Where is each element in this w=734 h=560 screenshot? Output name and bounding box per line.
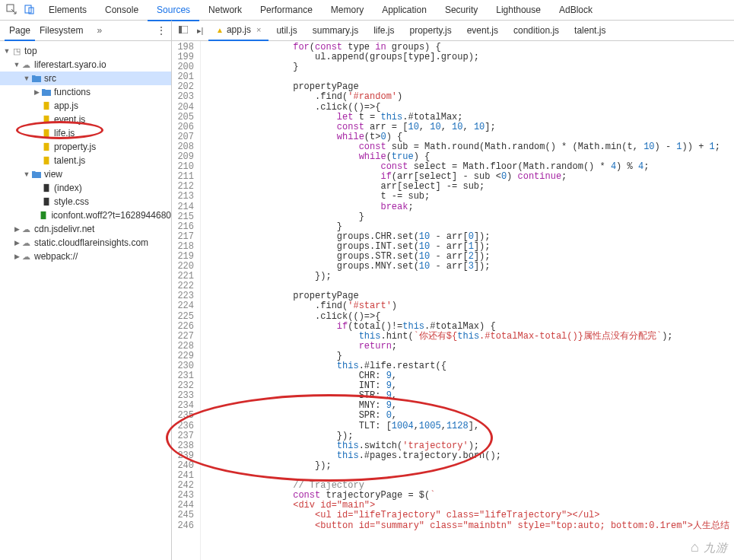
file-dark-icon — [40, 196, 52, 207]
panel-tab-elements[interactable]: Elements — [40, 0, 96, 20]
tree-item-label: style.css — [54, 196, 89, 207]
tree-item-label: functions — [54, 87, 91, 97]
file-tab-label: property.js — [410, 25, 452, 36]
file-tab[interactable]: talent.js — [567, 21, 613, 41]
tree-item[interactable]: ▶☁static.cloudflareinsights.com — [0, 236, 171, 250]
device-toggle-icon[interactable] — [21, 4, 38, 17]
panel-tab-performance[interactable]: Performance — [251, 0, 322, 20]
folder-blue-icon — [40, 87, 52, 97]
tree-item[interactable]: ▼src — [0, 72, 171, 85]
tree-item[interactable]: style.css — [0, 195, 171, 208]
watermark: ⌂ 九游 — [691, 539, 728, 555]
cloud-icon: ☁ — [21, 251, 32, 262]
tree-item-label: life.js — [54, 128, 75, 138]
tree-item[interactable]: ▼view — [0, 167, 171, 181]
editor-tabs: ▸| ▲app.js×util.jssummary.jslife.jsprope… — [172, 21, 734, 41]
tree-item-label: webpack:// — [34, 251, 78, 262]
svg-rect-9 — [43, 198, 49, 205]
tree-arrow-icon[interactable]: ▶ — [33, 88, 40, 96]
panel-tab-sources[interactable]: Sources — [148, 0, 199, 21]
panel-tab-security[interactable]: Security — [436, 0, 487, 20]
navigator-menu-icon[interactable]: ⋮ — [156, 24, 167, 37]
svg-rect-10 — [41, 212, 46, 219]
tree-item[interactable]: event.js — [0, 113, 171, 126]
panel-tab-console[interactable]: Console — [96, 0, 148, 20]
file-tab[interactable]: event.js — [459, 21, 506, 41]
tree-arrow-icon[interactable]: ▶ — [13, 225, 21, 233]
panel-tab-memory[interactable]: Memory — [322, 0, 373, 20]
panel-tab-adblock[interactable]: AdBlock — [550, 0, 602, 20]
tree-item-label: (index) — [54, 183, 82, 193]
folder-blue-icon — [30, 73, 42, 84]
navigator-tab-page[interactable]: Page — [5, 21, 35, 41]
line-gutter: 198 199 200 201 202 203 204 205 206 207 … — [172, 41, 201, 560]
svg-rect-4 — [43, 116, 49, 123]
devtools-panel-tabs: ElementsConsoleSourcesNetworkPerformance… — [0, 0, 734, 21]
svg-rect-12 — [179, 26, 182, 33]
file-tab[interactable]: condition.js — [506, 21, 567, 41]
tree-item[interactable]: app.js — [0, 99, 171, 113]
file-tab-label: life.js — [373, 25, 394, 36]
svg-rect-3 — [43, 102, 49, 110]
tree-item[interactable]: iconfont.woff2?t=1628944680 — [0, 208, 171, 222]
tree-item[interactable]: ▶☁webpack:// — [0, 250, 171, 263]
tree-item-label: talent.js — [54, 155, 85, 166]
tree-item[interactable]: property.js — [0, 140, 171, 154]
run-snippet-icon[interactable]: ▸| — [192, 26, 208, 36]
file-tab[interactable]: ▲app.js× — [208, 21, 268, 41]
file-tree: ▼◳top▼☁liferestart.syaro.io▼src▶function… — [0, 41, 171, 266]
tree-item-label: top — [24, 46, 37, 56]
code-content[interactable]: for(const type in groups) { ul.append(gr… — [201, 41, 734, 560]
tree-item[interactable]: ▶☁cdn.jsdelivr.net — [0, 222, 171, 236]
tree-item-label: view — [44, 169, 62, 180]
inspect-icon[interactable] — [3, 4, 20, 17]
navigator-panel: PageFilesystem » ⋮ ▼◳top▼☁liferestart.sy… — [0, 21, 172, 560]
svg-rect-6 — [43, 143, 49, 151]
tree-item[interactable]: ▼◳top — [0, 44, 171, 58]
tree-item[interactable]: ▼☁liferestart.syaro.io — [0, 58, 171, 72]
folder-blue-icon — [30, 169, 42, 180]
more-tabs-icon[interactable]: » — [97, 25, 102, 36]
tree-item[interactable]: (index) — [0, 181, 171, 195]
panel-tab-application[interactable]: Application — [373, 0, 436, 20]
panel-tab-lighthouse[interactable]: Lighthouse — [487, 0, 550, 20]
file-tab-label: util.js — [276, 25, 297, 36]
tree-item-label: property.js — [54, 142, 96, 152]
file-tab[interactable]: summary.js — [305, 21, 366, 41]
file-tab-label: talent.js — [574, 25, 605, 36]
tree-item[interactable]: life.js — [0, 126, 171, 140]
file-yellow-icon — [40, 114, 52, 125]
tree-arrow-icon[interactable]: ▶ — [13, 239, 21, 247]
file-tab-label: summary.js — [313, 25, 358, 36]
tree-arrow-icon[interactable]: ▼ — [23, 170, 30, 178]
file-tab[interactable]: life.js — [366, 21, 402, 41]
tree-arrow-icon[interactable]: ▶ — [13, 253, 21, 260]
tree-arrow-icon[interactable]: ▼ — [3, 47, 11, 55]
warning-icon: ▲ — [216, 26, 224, 34]
tree-item-label: iconfont.woff2?t=1628944680 — [51, 210, 171, 221]
toggle-navigator-icon[interactable] — [175, 26, 192, 35]
file-tab[interactable]: util.js — [268, 21, 304, 41]
tree-arrow-icon[interactable]: ▼ — [13, 61, 21, 68]
panel-tab-network[interactable]: Network — [199, 0, 251, 20]
file-tab-label: condition.js — [513, 25, 559, 36]
cloud-icon: ☁ — [21, 237, 32, 248]
navigator-tab-filesystem[interactable]: Filesystem — [35, 21, 87, 40]
tree-item[interactable]: talent.js — [0, 154, 171, 167]
file-dark-icon — [40, 183, 52, 193]
tree-item-label: static.cloudflareinsights.com — [34, 237, 148, 248]
tree-item-label: src — [44, 73, 56, 84]
navigator-tabs: PageFilesystem » ⋮ — [0, 21, 171, 41]
svg-rect-8 — [43, 184, 49, 192]
close-icon[interactable]: × — [256, 25, 261, 34]
tree-item-label: app.js — [54, 100, 78, 111]
file-green-icon — [38, 210, 49, 221]
svg-rect-5 — [43, 129, 49, 137]
tree-arrow-icon[interactable]: ▼ — [23, 75, 30, 82]
tree-item[interactable]: ▶functions — [0, 85, 171, 99]
tree-item-label: event.js — [54, 114, 85, 125]
code-editor[interactable]: 198 199 200 201 202 203 204 205 206 207 … — [172, 41, 734, 560]
box-icon: ◳ — [11, 46, 22, 56]
file-yellow-icon — [40, 155, 52, 166]
file-tab[interactable]: property.js — [402, 21, 459, 41]
